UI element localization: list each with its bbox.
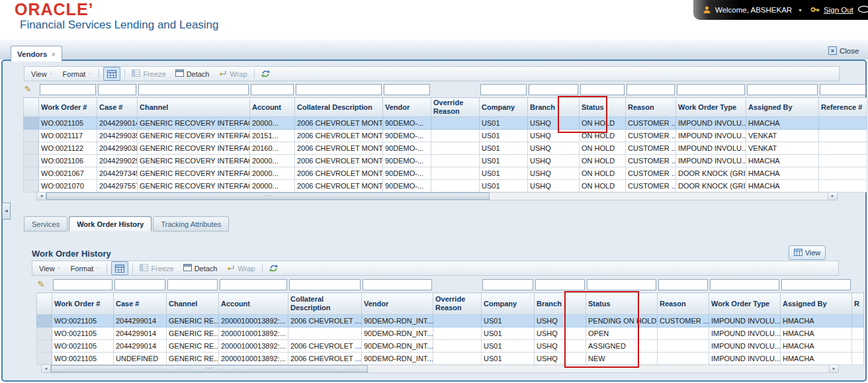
filter-input-1[interactable]: [114, 279, 165, 290]
filter-input-9[interactable]: [587, 279, 656, 290]
column-header[interactable]: R: [852, 293, 864, 315]
filter-input-4[interactable]: [296, 84, 382, 95]
row-selector[interactable]: [24, 180, 39, 192]
column-header[interactable]: Override Reason: [431, 98, 480, 117]
query-by-example-button[interactable]: [111, 261, 128, 275]
scrollbar-thumb[interactable]: [46, 192, 490, 200]
table-row[interactable]: WO:00210672044297345GENERIC RECOVERY INT…: [24, 167, 867, 180]
filter-input-5[interactable]: [363, 279, 432, 290]
column-header[interactable]: Assigned By: [746, 98, 819, 117]
table-row[interactable]: WO:00211062044299029GENERIC RECOVERY INT…: [24, 155, 867, 167]
table-row[interactable]: WO:00210702044297557GENERIC RECOVERY INT…: [24, 180, 867, 192]
table-row[interactable]: WO:0021105UNDEFINEDGENERIC RE...20000100…: [37, 353, 864, 365]
filter-input-12[interactable]: [781, 279, 851, 290]
column-header[interactable]: Override Reason: [433, 293, 482, 315]
column-header[interactable]: Status: [586, 293, 658, 315]
column-header[interactable]: Case #: [97, 98, 138, 117]
column-header[interactable]: Status: [580, 98, 626, 117]
detach-button[interactable]: Detach: [181, 263, 220, 273]
filter-input-0[interactable]: [40, 84, 96, 95]
filter-input-3[interactable]: [251, 84, 294, 95]
query-by-example-button[interactable]: [103, 67, 120, 81]
view-button[interactable]: View: [789, 245, 826, 260]
column-header[interactable]: Collateral Description: [295, 98, 383, 117]
view-menu[interactable]: View▼: [28, 69, 56, 79]
row-selector[interactable]: [24, 117, 39, 130]
filter-input-11[interactable]: [710, 279, 779, 290]
table-row[interactable]: WO:00211052044299014GENERIC RE...2000010…: [37, 315, 864, 327]
filter-input-13[interactable]: [820, 84, 866, 95]
table-row[interactable]: WO:00211222044299038GENERIC RECOVERY INT…: [24, 142, 867, 155]
column-header[interactable]: Account: [250, 98, 295, 117]
filter-input-3[interactable]: [220, 279, 287, 290]
tab-close-icon[interactable]: ×: [51, 50, 55, 58]
row-selector[interactable]: [24, 130, 39, 142]
close-control[interactable]: × Close: [828, 46, 859, 55]
panel-splitter-collapse-icon[interactable]: ◄: [2, 202, 11, 220]
filter-input-12[interactable]: [747, 84, 818, 95]
column-header[interactable]: Channel: [167, 293, 219, 315]
scroll-right-icon[interactable]: ►: [829, 365, 838, 372]
row-selector[interactable]: [24, 155, 39, 167]
column-header[interactable]: Company: [482, 293, 535, 315]
column-header[interactable]: Work Order Type: [709, 293, 781, 315]
column-header[interactable]: Work Order #: [39, 98, 97, 117]
filter-input-1[interactable]: [98, 84, 136, 95]
row-selector[interactable]: [37, 353, 52, 365]
table-row[interactable]: WO:00211052044299014GENERIC RE...2000010…: [37, 340, 864, 353]
filter-input-4[interactable]: [289, 279, 361, 290]
column-header[interactable]: Account: [219, 293, 288, 315]
refresh-button[interactable]: [259, 67, 273, 80]
filter-input-10[interactable]: [658, 279, 708, 290]
tab-services[interactable]: Services: [24, 216, 67, 232]
freeze-button[interactable]: Freeze: [129, 69, 168, 79]
tab-vendors[interactable]: Vendors ×: [11, 46, 62, 62]
column-header[interactable]: Company: [480, 98, 528, 117]
column-header[interactable]: Reason: [626, 98, 676, 117]
table-row[interactable]: WO:00211052044299014GENERIC RE...2000010…: [37, 327, 864, 340]
filter-input-11[interactable]: [677, 84, 745, 95]
filter-input-2[interactable]: [138, 84, 249, 95]
row-selector[interactable]: [24, 142, 39, 155]
column-header[interactable]: Vendor: [383, 98, 431, 117]
filter-input-7[interactable]: [482, 279, 533, 290]
row-selector[interactable]: [37, 327, 52, 340]
row-selector[interactable]: [24, 167, 39, 180]
filter-input-8[interactable]: [529, 84, 578, 95]
wrap-button[interactable]: Wrap: [224, 263, 257, 273]
filter-input-7[interactable]: [480, 84, 527, 95]
column-header[interactable]: Work Order Type: [676, 98, 746, 117]
close-label[interactable]: Close: [840, 47, 859, 55]
column-header[interactable]: Branch: [528, 98, 580, 117]
scrollbar-thumb[interactable]: [51, 365, 368, 372]
column-header[interactable]: Branch: [535, 293, 586, 315]
column-header[interactable]: Assigned By: [781, 293, 852, 315]
column-header[interactable]: Reference #: [819, 98, 867, 117]
format-menu[interactable]: Format▼: [60, 69, 95, 79]
filter-input-10[interactable]: [627, 84, 675, 95]
column-header[interactable]: Vendor: [362, 293, 433, 315]
freeze-button[interactable]: Freeze: [137, 263, 176, 273]
filter-input-9[interactable]: [580, 84, 625, 95]
view-menu[interactable]: View▼: [36, 264, 64, 273]
scroll-left-icon[interactable]: ◄: [42, 365, 51, 372]
column-header[interactable]: Work Order #: [52, 293, 114, 315]
column-header[interactable]: Channel: [138, 98, 250, 117]
top-grid-horizontal-scrollbar[interactable]: ◄ ►: [36, 192, 838, 200]
row-selector[interactable]: [37, 340, 52, 353]
welcome-menu[interactable]: Welcome, ABSHEKAR: [715, 6, 792, 14]
column-header[interactable]: Reason: [658, 293, 709, 315]
filter-input-5[interactable]: [384, 84, 430, 95]
filter-input-2[interactable]: [167, 279, 218, 290]
wrap-button[interactable]: Wrap: [216, 69, 249, 79]
table-row[interactable]: WO:00211172044299035GENERIC RECOVERY INT…: [24, 130, 867, 142]
scroll-right-icon[interactable]: ►: [828, 192, 837, 200]
detach-button[interactable]: Detach: [173, 69, 212, 79]
table-row[interactable]: WO:00211052044299014GENERIC RECOVERY INT…: [24, 117, 867, 130]
tab-work-order-history[interactable]: Work Order History: [69, 216, 152, 232]
history-grid-horizontal-scrollbar[interactable]: ◄ ►: [41, 364, 839, 373]
row-selector[interactable]: [37, 315, 52, 327]
close-window-icon[interactable]: ×: [828, 46, 837, 55]
filter-input-8[interactable]: [535, 279, 585, 290]
column-header[interactable]: Collateral Description: [288, 293, 362, 315]
